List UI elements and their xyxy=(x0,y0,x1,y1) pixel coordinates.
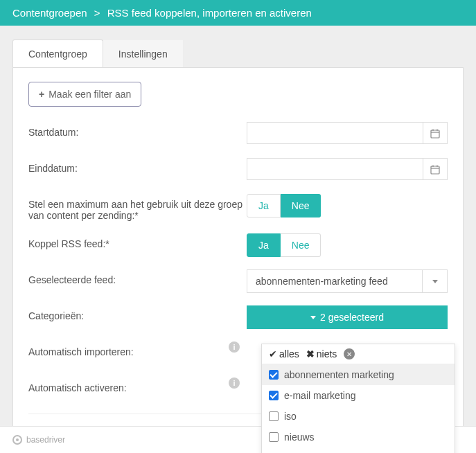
select-none-label: niets xyxy=(317,348,337,359)
categories-multiselect[interactable]: 2 geselecteerd xyxy=(247,305,448,329)
plus-icon: + xyxy=(39,89,44,100)
brand-icon xyxy=(12,435,22,445)
breadcrumb-current: RSS feed koppelen, importeren en activer… xyxy=(107,7,312,19)
categories-option-label: abonnementen marketing xyxy=(284,369,394,380)
categories-option[interactable]: ontwikkeling xyxy=(262,447,455,453)
categories-dropdown[interactable]: ✔ alles ✖ niets ✕ abonnementen marketing… xyxy=(261,344,455,453)
selected-feed-select[interactable]: abonnementen-marketing feed xyxy=(247,269,448,293)
check-icon: ✔ xyxy=(269,348,277,359)
add-filter-button[interactable]: + Maak een filter aan xyxy=(28,82,141,107)
enddate-input[interactable] xyxy=(247,158,423,180)
calendar-icon[interactable] xyxy=(423,122,448,144)
checkbox-icon xyxy=(269,432,279,442)
breadcrumb-separator: > xyxy=(94,7,100,19)
tab-contentgroep[interactable]: Contentgroep xyxy=(12,39,103,68)
select-all-button[interactable]: ✔ alles xyxy=(269,348,299,359)
footer-brand: basedriver xyxy=(26,435,65,445)
checkbox-icon xyxy=(269,370,279,380)
koppel-rss-no[interactable]: Nee xyxy=(281,233,321,257)
info-icon[interactable]: i xyxy=(229,378,240,389)
tab-instellingen[interactable]: Instellingen xyxy=(103,40,183,68)
categories-option[interactable]: e-mail marketing xyxy=(262,385,455,406)
chevron-down-icon xyxy=(423,269,448,293)
categories-label: Categorieën: xyxy=(28,305,247,321)
auto-activate-label: Automatisch activeren: xyxy=(28,382,127,393)
info-icon[interactable]: i xyxy=(229,341,240,353)
enddate-label: Einddatum: xyxy=(28,158,247,174)
max-usage-label: Stel een maximum aan het gebruik uit dez… xyxy=(28,194,247,221)
categories-option-label: e-mail marketing xyxy=(284,390,355,401)
koppel-rss-yes[interactable]: Ja xyxy=(247,233,281,257)
add-filter-label: Maak een filter aan xyxy=(49,89,131,100)
checkbox-icon xyxy=(269,411,279,421)
breadcrumb-parent[interactable]: Contentgroepen xyxy=(12,7,87,19)
startdate-label: Startdatum: xyxy=(28,122,247,138)
max-usage-yes[interactable]: Ja xyxy=(247,194,281,217)
koppel-rss-label: Koppel RSS feed:* xyxy=(28,233,247,249)
breadcrumb: Contentgroepen > RSS feed koppelen, impo… xyxy=(0,0,476,26)
startdate-input[interactable] xyxy=(247,122,423,144)
categories-summary: 2 geselecteerd xyxy=(320,312,384,323)
svg-rect-4 xyxy=(431,166,439,174)
categories-option-label: iso xyxy=(284,411,297,422)
categories-option[interactable]: abonnementen marketing xyxy=(262,364,455,385)
categories-option[interactable]: nieuws xyxy=(262,427,455,447)
selected-feed-label: Geselecteerde feed: xyxy=(28,269,247,285)
categories-option[interactable]: iso xyxy=(262,406,455,427)
calendar-icon[interactable] xyxy=(423,158,448,180)
max-usage-toggle[interactable]: Ja Nee xyxy=(247,194,321,217)
select-all-label: alles xyxy=(279,348,299,359)
selected-feed-value: abonnementen-marketing feed xyxy=(247,269,423,293)
clear-icon[interactable]: ✕ xyxy=(344,348,355,359)
koppel-rss-toggle[interactable]: Ja Nee xyxy=(247,233,321,257)
max-usage-no[interactable]: Nee xyxy=(281,194,321,217)
x-icon: ✖ xyxy=(306,348,315,359)
checkbox-icon xyxy=(269,391,279,400)
categories-option-label: nieuws xyxy=(284,432,315,443)
select-none-button[interactable]: ✖ niets xyxy=(306,348,337,359)
auto-import-label: Automatisch importeren: xyxy=(28,346,134,357)
caret-down-icon xyxy=(310,316,316,319)
svg-rect-0 xyxy=(431,130,439,138)
